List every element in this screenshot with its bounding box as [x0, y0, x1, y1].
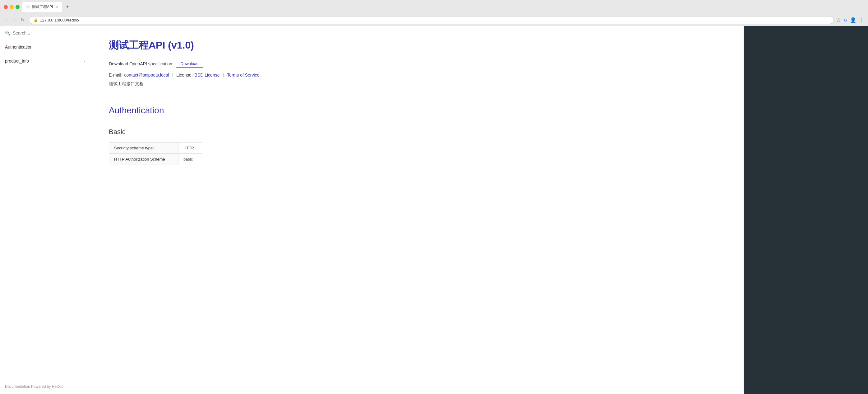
- auth-scheme-key: HTTP Authorization Scheme: [109, 154, 179, 165]
- table-row: HTTP Authorization Scheme basic: [109, 154, 202, 165]
- search-box[interactable]: 🔍: [0, 26, 90, 40]
- google-apps-button[interactable]: G: [844, 18, 847, 22]
- basic-subsection-title: Basic: [109, 128, 725, 136]
- license-label: License:: [176, 73, 192, 78]
- scheme-type-key: Security scheme type:: [109, 143, 179, 154]
- security-scheme-table: Security scheme type: HTTP HTTP Authoriz…: [109, 142, 202, 165]
- address-bar[interactable]: 🔒 127.0.0.1:8000/redoc/: [29, 16, 834, 24]
- tab-title: 测试工程API: [32, 4, 53, 10]
- auth-scheme-value: basic: [179, 154, 202, 165]
- traffic-lights: [4, 5, 20, 9]
- sidebar-item-product-info-label: product_info: [5, 58, 29, 63]
- table-row: Security scheme type: HTTP: [109, 143, 202, 154]
- refresh-button[interactable]: ↻: [19, 16, 26, 24]
- maximize-window-button[interactable]: [16, 5, 20, 9]
- chevron-right-icon: ›: [84, 59, 85, 63]
- tos-link[interactable]: Terms of Service: [227, 73, 259, 78]
- authentication-section-title: Authentication: [109, 106, 725, 115]
- sidebar-item-authentication-label: Authentication: [5, 45, 33, 50]
- contact-row: E-mail: contact@snippets.local | License…: [109, 73, 725, 78]
- bookmark-button[interactable]: ☆: [836, 17, 841, 23]
- tab-bar: 📄 测试工程API ✕ +: [22, 2, 864, 12]
- tab-favicon-icon: 📄: [26, 5, 30, 9]
- page-container: 🔍 Authentication product_info › Document…: [0, 26, 868, 394]
- sidebar-item-authentication[interactable]: Authentication: [0, 40, 90, 54]
- main-content: 测试工程API (v1.0) Download OpenAPI specific…: [90, 26, 744, 394]
- search-icon: 🔍: [5, 30, 10, 35]
- address-text: 127.0.0.1:8000/redoc/: [40, 18, 79, 22]
- browser-titlebar: 📄 测试工程API ✕ +: [0, 0, 868, 14]
- new-tab-button[interactable]: +: [63, 3, 71, 11]
- close-window-button[interactable]: [4, 5, 8, 9]
- profile-button[interactable]: 👤: [850, 17, 856, 23]
- tab-close-button[interactable]: ✕: [56, 5, 58, 9]
- email-link[interactable]: contact@snippets.local: [124, 73, 169, 78]
- search-input[interactable]: [13, 30, 85, 35]
- redoc-powered-link[interactable]: Documentation Powered by ReDoc: [5, 384, 63, 389]
- email-label: E-mail:: [109, 73, 123, 78]
- scheme-type-value: HTTP: [179, 143, 202, 154]
- download-row: Download OpenAPI specification: Download: [109, 60, 725, 67]
- forward-button[interactable]: ›: [11, 16, 17, 24]
- secure-icon: 🔒: [34, 18, 38, 22]
- sidebar: 🔍 Authentication product_info › Document…: [0, 26, 90, 394]
- right-panel: [744, 26, 868, 394]
- api-description: 测试工程接口文档: [109, 81, 725, 87]
- sidebar-item-product-info[interactable]: product_info ›: [0, 54, 90, 68]
- browser-toolbar: ‹ › ↻ 🔒 127.0.0.1:8000/redoc/ ☆ G 👤 ⋮: [0, 14, 868, 26]
- back-button[interactable]: ‹: [4, 16, 9, 24]
- pipe-2: |: [223, 73, 224, 78]
- download-button[interactable]: Download: [176, 60, 203, 67]
- license-link[interactable]: BSD License: [195, 73, 220, 78]
- minimize-window-button[interactable]: [10, 5, 14, 9]
- api-title: 测试工程API (v1.0): [109, 38, 725, 52]
- active-tab[interactable]: 📄 测试工程API ✕: [22, 2, 62, 12]
- menu-button[interactable]: ⋮: [859, 17, 864, 23]
- browser-chrome: 📄 测试工程API ✕ + ‹ › ↻ 🔒 127.0.0.1:8000/red…: [0, 0, 868, 26]
- sidebar-footer: Documentation Powered by ReDoc: [0, 378, 90, 394]
- browser-actions: ☆ G 👤 ⋮: [836, 17, 864, 23]
- download-prefix-label: Download OpenAPI specification:: [109, 61, 174, 66]
- pipe-1: |: [172, 73, 174, 78]
